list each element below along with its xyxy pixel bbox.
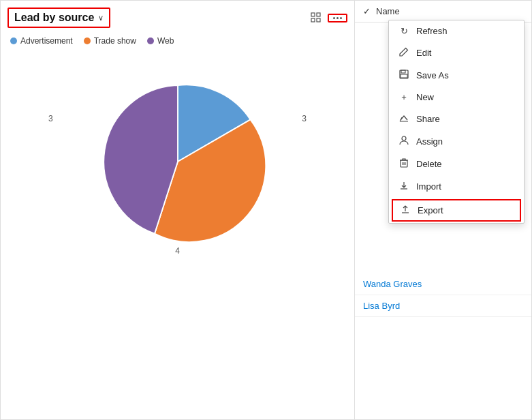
delete-icon	[398, 158, 409, 170]
menu-label-assign: Assign	[416, 136, 443, 147]
chevron-down-icon: ∨	[98, 14, 104, 22]
svg-rect-6	[401, 74, 407, 78]
save-as-icon	[398, 70, 409, 81]
pie-chart-svg	[82, 66, 273, 257]
menu-label-export: Export	[418, 205, 443, 215]
pie-chart-container: 3 3 4	[7, 66, 347, 257]
menu-label-import: Import	[416, 181, 441, 192]
menu-item-share[interactable]: Share	[389, 108, 524, 130]
main-container: Lead by source ∨	[0, 0, 532, 420]
menu-item-delete[interactable]: Delete	[389, 153, 524, 175]
names-list: Wanda Graves Lisa Byrd	[355, 268, 531, 317]
chart-panel: Lead by source ∨	[1, 1, 355, 419]
legend-label-advertisement: Advertisement	[20, 36, 73, 46]
menu-label-save-as: Save As	[416, 70, 449, 80]
pie-label-tradeshow: 4	[175, 246, 180, 256]
menu-item-import[interactable]: Import	[389, 175, 524, 198]
svg-rect-0	[311, 13, 315, 16]
pie-label-advertisement: 3	[302, 114, 307, 123]
legend-dot-advertisement	[10, 38, 17, 44]
assign-icon	[398, 136, 409, 147]
edit-icon	[398, 47, 409, 59]
chart-title-box[interactable]: Lead by source ∨	[7, 7, 110, 28]
chart-legend: Advertisement Trade show Web	[7, 36, 347, 46]
menu-item-export[interactable]: Export	[392, 199, 521, 222]
legend-item-advertisement: Advertisement	[10, 36, 73, 46]
menu-item-assign[interactable]: Assign	[389, 130, 524, 153]
legend-label-tradeshow: Trade show	[94, 36, 136, 46]
share-icon	[398, 113, 409, 125]
chart-header: Lead by source ∨	[7, 7, 347, 28]
name-link-lisa-byrd[interactable]: Lisa Byrd	[363, 301, 400, 311]
more-options-button[interactable]	[328, 14, 347, 22]
dot-icon	[333, 17, 335, 19]
menu-item-refresh[interactable]: ↻ Refresh	[389, 20, 524, 42]
menu-label-edit: Edit	[416, 48, 431, 58]
right-panel: ✓ Name ↻ Refresh Edit	[355, 1, 531, 419]
menu-label-delete: Delete	[416, 159, 442, 169]
dot-icon	[340, 17, 342, 19]
legend-dot-web	[147, 38, 154, 44]
column-name-label: Name	[376, 6, 400, 16]
import-icon	[398, 181, 409, 192]
list-item: Wanda Graves	[355, 273, 531, 295]
dot-icon	[337, 17, 339, 19]
refresh-icon: ↻	[398, 26, 409, 36]
menu-item-edit[interactable]: Edit	[389, 42, 524, 64]
menu-item-new[interactable]: + New	[389, 87, 524, 108]
expand-button[interactable]	[309, 10, 324, 25]
svg-point-7	[402, 136, 406, 140]
pie-label-web: 3	[48, 114, 53, 123]
menu-label-refresh: Refresh	[416, 26, 448, 36]
svg-rect-3	[317, 18, 320, 22]
chart-header-actions	[309, 10, 347, 25]
svg-rect-1	[317, 13, 320, 16]
menu-item-save-as[interactable]: Save As	[389, 64, 524, 87]
checkmark-icon: ✓	[363, 6, 371, 16]
list-item: Lisa Byrd	[355, 295, 531, 317]
legend-item-tradeshow: Trade show	[84, 36, 136, 46]
new-icon: +	[398, 92, 409, 102]
chart-title: Lead by source	[14, 12, 94, 24]
menu-label-new: New	[416, 92, 434, 102]
name-link-wanda-graves[interactable]: Wanda Graves	[363, 279, 422, 289]
svg-rect-2	[311, 18, 315, 22]
legend-dot-tradeshow	[84, 38, 91, 44]
menu-label-share: Share	[416, 114, 440, 124]
legend-item-web: Web	[147, 36, 174, 46]
export-icon	[400, 205, 411, 216]
legend-label-web: Web	[157, 36, 174, 46]
dropdown-menu: ↻ Refresh Edit S	[388, 20, 525, 224]
